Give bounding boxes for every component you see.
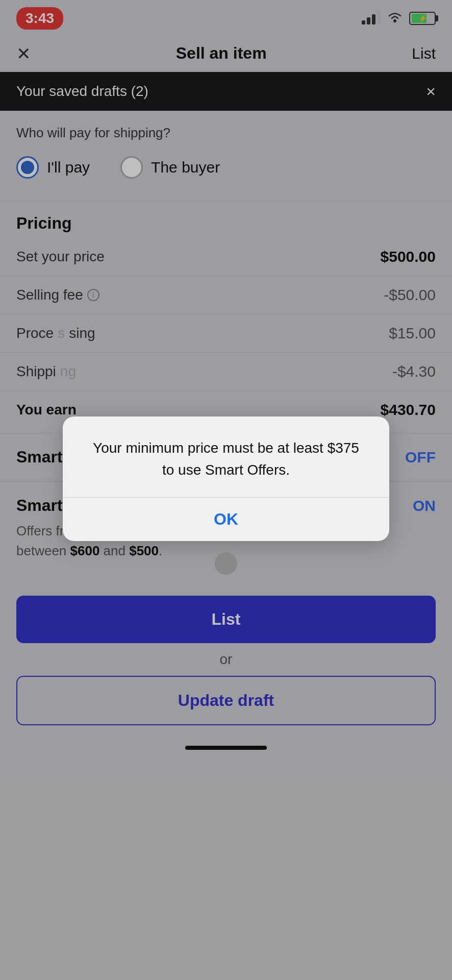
modal-message: Your minimum price must be at least $375… <box>79 437 373 498</box>
modal-overlay: Your minimum price must be at least $375… <box>0 0 452 980</box>
slider-dot <box>215 552 237 575</box>
modal-box: Your minimum price must be at least $375… <box>63 416 389 542</box>
modal-ok-button[interactable]: OK <box>63 498 389 541</box>
